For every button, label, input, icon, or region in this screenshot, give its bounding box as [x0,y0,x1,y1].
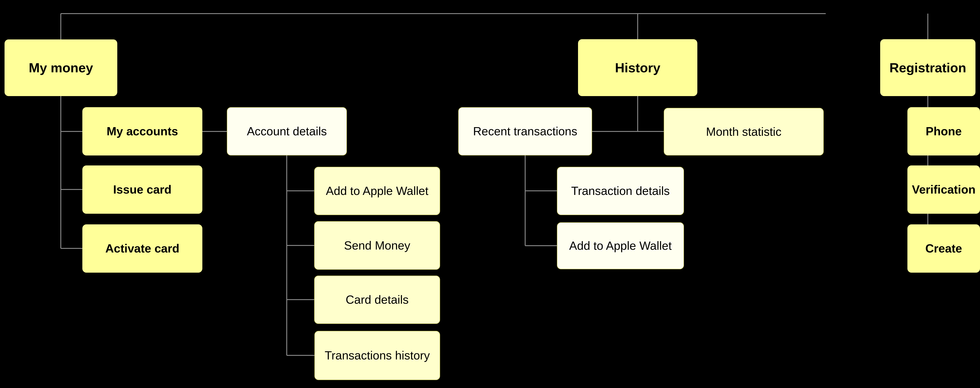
phone-node[interactable]: Phone [907,107,980,155]
transaction-details-node[interactable]: Transaction details [557,167,684,215]
history-node[interactable]: History [578,39,697,96]
tree-container: My money My accounts Issue card Activate… [0,0,980,388]
registration-node[interactable]: Registration [880,39,975,96]
my-accounts-node[interactable]: My accounts [82,107,202,155]
my-money-node[interactable]: My money [5,40,117,96]
recent-transactions-node[interactable]: Recent transactions [458,107,592,155]
issue-card-node[interactable]: Issue card [82,165,202,214]
activate-card-node[interactable]: Activate card [82,224,202,272]
transactions-history-node[interactable]: Transactions history [314,331,440,380]
create-node[interactable]: Create [907,224,980,272]
card-details-node[interactable]: Card details [314,276,440,324]
verification-node[interactable]: Verification [907,165,980,214]
add-apple-wallet-2-node[interactable]: Add to Apple Wallet [557,222,684,269]
add-apple-wallet-1-node[interactable]: Add to Apple Wallet [314,167,440,215]
send-money-node[interactable]: Send Money [314,221,440,270]
account-details-node[interactable]: Account details [227,107,347,155]
month-statistic-node[interactable]: Month statistic [664,108,824,155]
